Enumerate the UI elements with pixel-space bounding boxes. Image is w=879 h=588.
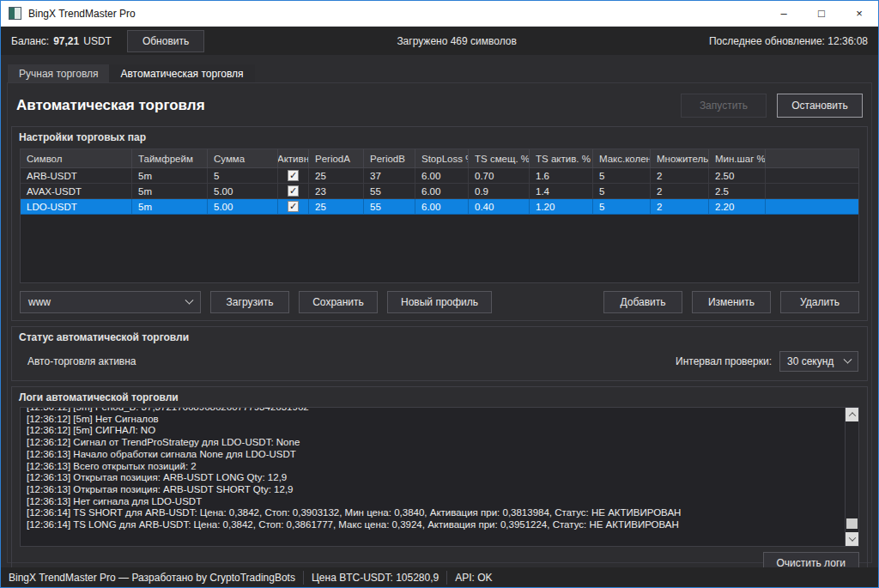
cell-period-b[interactable]: 37 — [364, 168, 415, 184]
cell-active[interactable] — [278, 199, 309, 215]
refresh-button[interactable]: Обновить — [127, 30, 204, 52]
cell-period-a[interactable]: 25 — [309, 168, 364, 184]
statusbar-btc-price: Цена BTC-USDT: 105280,9 — [304, 571, 447, 585]
maximize-button[interactable]: □ — [803, 1, 840, 27]
cell-ts-active[interactable]: 1.6 — [530, 168, 593, 184]
balance-currency: USDT — [83, 35, 112, 47]
cell-stoploss[interactable]: 6.00 — [415, 168, 469, 184]
profile-select-value: www — [28, 296, 51, 308]
cell-stoploss[interactable]: 6.00 — [415, 184, 469, 199]
statusbar-api-status: API: OK — [447, 571, 500, 585]
auto-status-group: Статус автоматической торговли Авто-торг… — [11, 326, 868, 381]
cell-active[interactable] — [278, 184, 309, 199]
cell-multiplier[interactable]: 2 — [651, 184, 709, 199]
active-checkbox[interactable] — [288, 201, 299, 212]
profile-select[interactable]: www — [20, 291, 201, 313]
table-row-selected[interactable]: LDO-USDT 5m 5.00 25 55 6.00 0.40 1.20 5 … — [21, 199, 858, 215]
cell-timeframe[interactable]: 5m — [132, 168, 208, 184]
cell-period-b[interactable]: 55 — [364, 199, 415, 215]
col-header-symbol[interactable]: Символ — [21, 149, 132, 168]
load-profile-button[interactable]: Загрузить — [210, 291, 289, 313]
cell-max-knee[interactable]: 5 — [593, 168, 651, 184]
col-header-timeframe[interactable]: Таймфрейм — [132, 149, 208, 168]
scroll-down-button[interactable] — [846, 532, 858, 546]
col-header-period-a[interactable]: PeriodA — [309, 149, 364, 168]
log-scrollbar[interactable] — [845, 408, 858, 546]
cell-period-a[interactable]: 25 — [309, 199, 364, 215]
col-header-active[interactable]: Активн — [278, 149, 309, 168]
titlebar: BingX TrendMaster Pro – □ × — [1, 1, 878, 27]
log-line: [12:36:14] TS SHORT для ARB-USDT: Цена: … — [27, 507, 839, 519]
cell-symbol[interactable]: ARB-USDT — [21, 168, 132, 184]
table-row[interactable]: ARB-USDT 5m 5 25 37 6.00 0.70 1.6 5 2 2.… — [21, 168, 858, 184]
check-interval-label: Интервал проверки: — [676, 355, 772, 367]
check-interval-value: 30 секунд — [787, 355, 834, 367]
chevron-down-icon — [848, 534, 855, 541]
minimize-button[interactable]: – — [765, 1, 803, 27]
log-line: [12:36:12] [5m] Нет Сигналов — [27, 414, 839, 426]
col-header-max-knee[interactable]: Макс.колен — [593, 149, 651, 168]
log-line: [12:36:13] Всего открытых позиций: 2 — [27, 461, 839, 473]
cell-amount[interactable]: 5.00 — [208, 199, 278, 215]
cell-amount[interactable]: 5 — [208, 168, 278, 184]
delete-pair-button[interactable]: Удалить — [780, 291, 859, 313]
col-header-stoploss[interactable]: StopLoss % — [415, 149, 469, 168]
active-checkbox[interactable] — [288, 185, 299, 197]
cell-period-a[interactable]: 23 — [309, 184, 364, 199]
cell-amount[interactable]: 5.00 — [208, 184, 278, 199]
col-header-amount[interactable]: Сумма — [208, 149, 278, 168]
active-checkbox[interactable] — [288, 170, 299, 181]
cell-ts-offset[interactable]: 0.70 — [469, 168, 530, 184]
chevron-up-icon — [848, 412, 855, 419]
cell-symbol[interactable]: AVAX-USDT — [21, 184, 132, 199]
cell-empty — [766, 168, 858, 184]
cell-symbol[interactable]: LDO-USDT — [21, 199, 132, 215]
chevron-down-icon — [185, 295, 194, 304]
scrollbar-thumb[interactable] — [846, 518, 858, 529]
save-profile-button[interactable]: Сохранить — [299, 291, 378, 313]
window-title: BingX TrendMaster Pro — [28, 8, 136, 20]
add-pair-button[interactable]: Добавить — [603, 291, 682, 313]
pairs-table-header: Символ Таймфрейм Сумма Активн PeriodA Pe… — [21, 149, 858, 168]
cell-timeframe[interactable]: 5m — [132, 199, 208, 215]
cell-ts-offset[interactable]: 0.40 — [469, 199, 530, 215]
cell-period-b[interactable]: 55 — [364, 184, 415, 199]
log-output[interactable]: [12:36:12] [5m] Period_B: 37,37217668968… — [20, 407, 859, 547]
cell-stoploss[interactable]: 6.00 — [415, 199, 469, 215]
pairs-settings-group: Настройки торговых пар Символ Таймфрейм … — [11, 126, 868, 321]
edit-pair-button[interactable]: Изменить — [692, 291, 771, 313]
cell-min-step[interactable]: 2.50 — [709, 168, 766, 184]
cell-active[interactable] — [278, 168, 309, 184]
log-line: [12:36:12] [5m] СИГНАЛ: NO — [27, 425, 839, 437]
cell-timeframe[interactable]: 5m — [132, 184, 208, 199]
scrollbar-track[interactable] — [846, 421, 858, 532]
log-line: [12:36:14] TS LONG для ARB-USDT: Цена: 0… — [27, 519, 839, 531]
cell-max-knee[interactable]: 5 — [593, 184, 651, 199]
cell-max-knee[interactable]: 5 — [593, 199, 651, 215]
cell-ts-active[interactable]: 1.20 — [530, 199, 593, 215]
stop-button[interactable]: Остановить — [777, 94, 863, 118]
col-header-min-step[interactable]: Мин.шаг % — [709, 149, 766, 168]
close-button[interactable]: × — [840, 1, 878, 27]
tab-auto-trading[interactable]: Автоматическая торговля — [109, 64, 254, 84]
page-header: Автоматическая торговля Запустить Остано… — [8, 83, 871, 124]
col-header-ts-active[interactable]: TS актив. % — [530, 149, 593, 168]
symbols-loaded-status: Загружено 469 символов — [204, 35, 709, 47]
cell-ts-offset[interactable]: 0.9 — [469, 184, 530, 199]
cell-min-step[interactable]: 2.20 — [709, 199, 766, 215]
cell-multiplier[interactable]: 2 — [651, 168, 709, 184]
balance-label: Баланс: — [11, 35, 49, 47]
new-profile-button[interactable]: Новый профиль — [387, 291, 492, 313]
tab-manual-trading[interactable]: Ручная торговля — [8, 64, 109, 84]
col-header-multiplier[interactable]: Множитель — [651, 149, 709, 168]
cell-min-step[interactable]: 2.5 — [709, 184, 766, 199]
start-button[interactable]: Запустить — [681, 94, 767, 118]
col-header-period-b[interactable]: PeriodB — [364, 149, 415, 168]
status-row: Авто-торговля активна Интервал проверки:… — [12, 346, 867, 380]
col-header-ts-offset[interactable]: TS смещ. % — [469, 149, 530, 168]
cell-multiplier[interactable]: 2 — [651, 199, 709, 215]
table-row[interactable]: AVAX-USDT 5m 5.00 23 55 6.00 0.9 1.4 5 2… — [21, 184, 858, 199]
check-interval-select[interactable]: 30 секунд — [779, 351, 858, 372]
scroll-up-button[interactable] — [846, 408, 858, 421]
cell-ts-active[interactable]: 1.4 — [530, 184, 593, 199]
